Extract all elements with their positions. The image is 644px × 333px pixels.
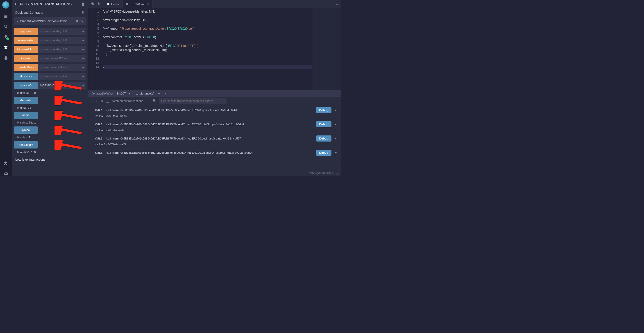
function-result: 0: string: T test (14, 121, 86, 126)
log-subline: call to Erc20T.balanceOf (95, 142, 337, 146)
minimap[interactable] (312, 8, 341, 90)
close-icon[interactable]: ✕ (81, 19, 84, 23)
tab-close-icon[interactable]: ✕ (146, 2, 149, 6)
tx-search-input[interactable] (159, 98, 226, 104)
zoom-in-icon[interactable] (97, 2, 101, 6)
call-bracket: [call] (106, 109, 112, 112)
search-icon[interactable] (3, 24, 8, 29)
chevron-down-icon[interactable] (16, 21, 18, 22)
function-row: decimals (14, 97, 86, 104)
function-transferFrom-button[interactable]: transferFrom (14, 64, 38, 71)
function-result: 0: uint256: 1000 (14, 91, 86, 97)
function-transfer-button[interactable]: transfer (14, 55, 38, 62)
log-expand-icon[interactable] (334, 124, 337, 125)
collapse-icon[interactable]: ⤓ (91, 99, 94, 103)
info-icon[interactable]: i (84, 157, 84, 162)
ref-goto-icon[interactable]: ↗ (128, 92, 130, 95)
annotation-arrow-icon (54, 96, 84, 106)
debugger-bug-icon[interactable] (3, 55, 8, 60)
expand-args-icon[interactable] (80, 37, 86, 44)
function-symbol-button[interactable]: symbol (14, 126, 38, 134)
tab-home[interactable]: Home (104, 0, 122, 8)
expand-args-icon[interactable] (80, 28, 86, 35)
tab-file-active[interactable]: ERC20.sol ✕ (122, 0, 152, 8)
copy-icon[interactable] (76, 19, 79, 23)
function-increaseAllo...-input[interactable] (38, 46, 80, 53)
function-balanceOf-input[interactable] (38, 82, 80, 89)
function-list: approvedecreaseAllo...increaseAllo...tra… (12, 26, 88, 156)
function-row: totalSupply (14, 141, 86, 148)
function-approve-input[interactable] (38, 28, 80, 35)
deploy-panel: DEPLOY & RUN TRANSACTIONS Deployed Contr… (12, 0, 88, 176)
function-transfer-input[interactable] (38, 55, 80, 62)
function-decreaseAllo...-input[interactable] (38, 37, 80, 44)
expand-args-icon[interactable] (80, 64, 86, 71)
terminal-output[interactable]: CALL[call] from: 0x5B38Da6a701c568545dCf… (88, 105, 341, 176)
function-allowance-button[interactable]: allowance (14, 73, 38, 80)
log-entry: CALL[call] from: 0x5B38Da6a701c568545dCf… (88, 135, 341, 149)
panel-header: DEPLOY & RUN TRANSACTIONS (12, 0, 88, 8)
plugin-manager-icon[interactable] (3, 161, 8, 166)
expand-args-icon[interactable] (80, 55, 86, 62)
call-tag: CALL (95, 123, 102, 126)
expand-args-icon[interactable] (80, 73, 86, 80)
code-editor[interactable]: 1234567891011121314 "cm">// SPDX-License… (88, 8, 341, 90)
function-result: 0: string: T (14, 135, 86, 141)
deploy-run-icon[interactable] (3, 44, 8, 50)
function-row: allowance (14, 73, 86, 80)
function-approve-button[interactable]: approve (14, 28, 38, 35)
listen-label: listen on all transactions (112, 99, 143, 103)
file-explorer-icon[interactable] (3, 13, 8, 19)
function-row: balanceOf (14, 82, 86, 89)
debug-button[interactable]: Debug (316, 150, 332, 156)
debug-button[interactable]: Debug (316, 107, 332, 113)
ref-next-icon[interactable] (164, 93, 167, 94)
expand-icon[interactable]: ⇔ (336, 2, 339, 6)
annotation-arrow-icon (54, 140, 84, 151)
function-decreaseAllo-button[interactable]: decreaseAllo... (14, 37, 38, 44)
function-allowance-input[interactable] (38, 73, 80, 80)
reference-bar: ContractDefinition Erc20T ↗ 1 reference(… (88, 90, 341, 97)
function-name-button[interactable]: name (14, 112, 38, 119)
log-expand-icon[interactable] (334, 110, 337, 111)
svg-point-7 (107, 3, 109, 5)
low-level-label: Low level interactions (15, 158, 46, 161)
function-balanceOf-button[interactable]: balanceOf (14, 82, 38, 89)
log-expand-icon[interactable] (334, 138, 337, 139)
log-entry: CALL[call] from: 0x5B38Da6a701c568545dCf… (88, 149, 341, 159)
deployed-contract-row[interactable]: ERC20T AT 0XD8B...33FA8 (MEMO ✕ (14, 17, 86, 25)
call-bracket: [call] (106, 151, 112, 154)
function-increaseAllo-button[interactable]: increaseAllo... (14, 46, 38, 53)
listen-checkbox[interactable] (106, 99, 109, 103)
svg-line-2 (58, 114, 82, 118)
clear-icon[interactable]: ⊘ (96, 99, 99, 103)
ref-prev-icon[interactable] (158, 93, 160, 94)
zoom-out-icon[interactable] (91, 2, 94, 6)
expand-args-icon[interactable] (80, 82, 86, 89)
expand-args-icon[interactable] (80, 46, 86, 53)
docs-icon[interactable] (81, 2, 85, 6)
watermark: CSDN @后端常规开发人员 (309, 172, 339, 175)
function-decimals-button[interactable]: decimals (14, 97, 38, 104)
pending-count: 0 (101, 99, 103, 103)
function-transferFrom-input[interactable] (38, 64, 80, 71)
debug-button[interactable]: Debug (316, 121, 332, 127)
function-row: transfer (14, 55, 86, 62)
function-totalSupply-button[interactable]: totalSupply (14, 141, 38, 148)
settings-gear-icon[interactable] (3, 171, 8, 176)
function-row: name (14, 112, 86, 119)
trash-icon[interactable] (81, 10, 84, 15)
search-icon[interactable]: 🔍 (153, 99, 156, 103)
ref-name: Erc20T (116, 92, 126, 95)
function-result: 0: uint8: 18 (14, 106, 86, 112)
debug-button[interactable]: Debug (316, 135, 332, 142)
code-content[interactable]: "cm">// SPDX-License-Identifier: MIT; "k… (102, 8, 312, 90)
call-bracket: [call] (106, 123, 112, 126)
terminal-toolbar: ⤓ ⊘ 0 listen on all transactions 🔍 (88, 97, 341, 105)
log-expand-icon[interactable] (334, 152, 337, 153)
function-row: transferFrom (14, 64, 86, 71)
tab-home-label: Home (111, 2, 119, 6)
icon-sidebar (0, 0, 12, 176)
compiler-icon[interactable] (3, 34, 8, 40)
log-entry: CALL[call] from: 0x5B38Da6a701c568545dCf… (88, 121, 341, 135)
